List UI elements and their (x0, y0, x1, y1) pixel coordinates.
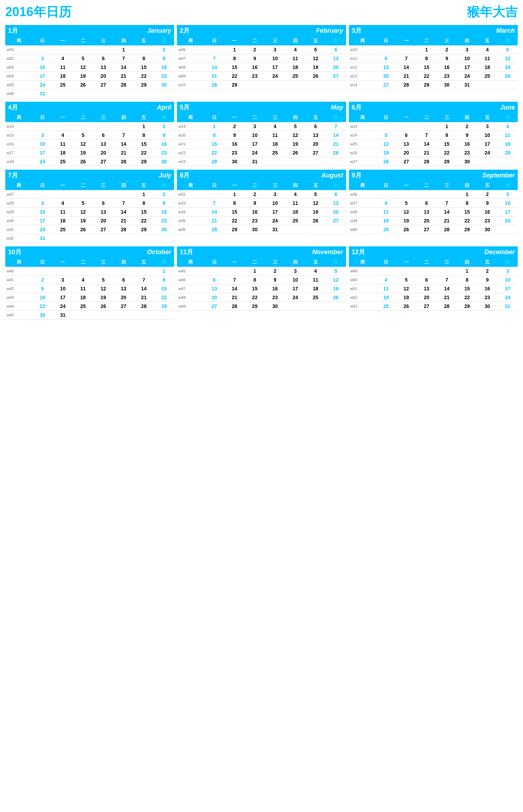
month-cn-label: 6月 (352, 103, 362, 112)
day-cell (265, 81, 285, 89)
day-cell (93, 311, 114, 320)
day-header: 一 (396, 113, 416, 122)
day-cell: 19 (326, 284, 346, 293)
day-cell: 9 (265, 276, 285, 284)
week-number: w26 (349, 149, 376, 157)
day-cell: 13 (93, 63, 114, 72)
month-block: 6月June周日一二三四五六w231234w24567891011w251213… (349, 102, 518, 166)
day-cell: 8 (154, 276, 174, 284)
month-block: 12月December周日一二三四五六w49123w5045678910w511… (349, 246, 518, 320)
day-cell: 24 (265, 72, 285, 81)
day-header: 四 (113, 181, 134, 190)
day-cell: 10 (457, 54, 477, 63)
day-cell: 21 (437, 216, 457, 225)
month-en-label: December (484, 248, 515, 256)
day-cell: 5 (73, 54, 93, 63)
day-cell: 28 (134, 302, 154, 311)
day-cell: 1 (416, 45, 437, 54)
day-cell: 4 (73, 276, 93, 284)
calendar-grid: 1月January周日一二三四五六w5312w023456789w0310111… (5, 25, 518, 320)
day-cell: 10 (497, 199, 518, 208)
week-number: w20 (177, 131, 204, 140)
day-cell: 12 (376, 140, 396, 149)
day-header: 一 (224, 36, 245, 45)
day-header: 四 (457, 36, 477, 45)
day-cell: 27 (113, 302, 134, 311)
week-number: w14 (5, 122, 32, 131)
table-row: w4713141516171819 (177, 284, 346, 293)
day-cell: 14 (204, 208, 224, 216)
day-cell: 12 (73, 63, 93, 72)
calendar-table: 周日一二三四五六w2712w283456789w2910111213141516… (5, 181, 174, 243)
day-header: 二 (416, 113, 437, 122)
day-cell (326, 157, 346, 166)
day-cell (204, 267, 224, 276)
day-cell (32, 267, 53, 276)
day-header: 周 (5, 36, 32, 45)
day-cell: 19 (396, 293, 416, 302)
day-cell: 26 (396, 225, 416, 234)
table-row: w2619202122232425 (349, 149, 518, 157)
month-en-label: April (157, 104, 171, 111)
month-cn-label: 9月 (352, 171, 362, 180)
day-cell: 8 (134, 131, 154, 140)
day-cell: 27 (93, 157, 114, 166)
table-row: w5111121314151617 (349, 284, 518, 293)
day-header: 周 (349, 258, 376, 267)
table-row: w2222232425262728 (177, 149, 346, 157)
day-header: 五 (477, 181, 498, 190)
day-cell: 28 (416, 157, 437, 166)
month-en-label: February (316, 27, 343, 34)
month-cn-label: 1月 (8, 26, 18, 35)
month-block: 9月September周日一二三四五六w36123w3745678910w381… (349, 170, 518, 243)
day-cell: 19 (285, 140, 306, 149)
table-row: w272627282930 (349, 157, 518, 166)
week-number: w44 (5, 302, 32, 311)
day-cell (376, 190, 396, 199)
day-cell: 28 (113, 225, 134, 234)
day-cell: 2 (437, 45, 457, 54)
month-header: 7月July (5, 170, 174, 181)
day-cell: 15 (154, 284, 174, 293)
week-number: w32 (5, 234, 32, 243)
day-cell: 25 (285, 72, 306, 81)
day-cell: 17 (245, 140, 265, 149)
day-cell (437, 190, 457, 199)
day-cell: 26 (285, 149, 306, 157)
day-cell: 10 (245, 131, 265, 140)
day-cell: 15 (134, 140, 154, 149)
day-cell (113, 190, 134, 199)
day-cell: 22 (224, 72, 245, 81)
day-cell: 22 (204, 149, 224, 157)
day-cell: 15 (224, 208, 245, 216)
day-cell: 13 (93, 140, 114, 149)
week-number: w41 (5, 276, 32, 284)
day-cell: 4 (305, 267, 326, 276)
day-cell (93, 122, 114, 131)
table-row: w0921222324252627 (177, 72, 346, 81)
day-header: 五 (134, 113, 154, 122)
day-cell: 12 (73, 208, 93, 216)
day-cell (204, 190, 224, 199)
day-cell: 12 (305, 54, 326, 63)
week-number: w38 (349, 208, 376, 216)
day-cell: 7 (396, 54, 416, 63)
day-cell: 23 (457, 149, 477, 157)
day-cell: 29 (224, 225, 245, 234)
day-cell: 17 (457, 63, 477, 72)
month-header: 3月March (349, 25, 518, 36)
week-number: w18 (5, 157, 32, 166)
day-cell: 1 (245, 267, 265, 276)
day-cell (53, 234, 73, 243)
day-cell: 20 (204, 293, 224, 302)
month-en-label: August (321, 172, 343, 179)
day-cell: 10 (32, 140, 53, 149)
day-cell: 2 (457, 122, 477, 131)
day-cell (93, 267, 114, 276)
table-row: w429101112131415 (5, 284, 174, 293)
table-row: w3628293031 (177, 225, 346, 234)
day-header: 日 (32, 113, 53, 122)
day-cell: 3 (32, 199, 53, 208)
day-cell: 13 (376, 63, 396, 72)
table-row: w401 (5, 267, 174, 276)
